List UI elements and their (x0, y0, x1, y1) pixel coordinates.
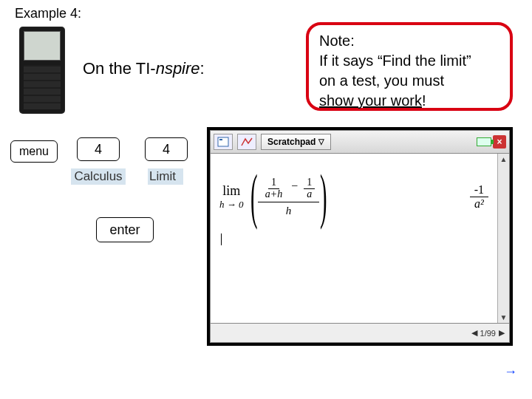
ti-toolbar: Scratchpad ▽ × (210, 130, 510, 154)
subtitle-pre: On the TI- (83, 59, 156, 78)
math-area[interactable]: lim h → 0 ( 1 a+h − 1 a (211, 154, 497, 323)
svg-rect-1 (219, 139, 222, 140)
input-line[interactable] (219, 232, 488, 247)
scratchpad-label: Scratchpad (267, 134, 316, 149)
lim-sub: h → 0 (219, 199, 244, 211)
subtitle-it: nspire (156, 59, 200, 78)
frac-2: 1 a (304, 177, 315, 200)
graph-icon[interactable] (237, 134, 256, 150)
scroll-up-icon[interactable]: ▲ (500, 155, 508, 163)
frac-1-den: a+h (262, 189, 285, 200)
cursor-icon (221, 233, 222, 245)
result-fraction: -1 a² (470, 183, 488, 211)
page-indicator: 1/99 (480, 329, 496, 338)
result-den: a² (470, 197, 488, 211)
calculator-photo-screen (24, 31, 61, 61)
result-num: -1 (470, 183, 488, 197)
ti-body: lim h → 0 ( 1 a+h − 1 a (210, 154, 510, 324)
note-callout: Note: If it says “Find the limit” on a t… (306, 22, 513, 111)
subtitle: On the TI-nspire: (83, 59, 205, 78)
limit-argument: 1 a+h − 1 a h (258, 176, 319, 216)
scrollbar[interactable]: ▲ ▼ (497, 154, 509, 323)
note-line-2a: If it says “Find the limit” (319, 51, 499, 71)
key-4-first[interactable]: 4 (77, 137, 120, 161)
lim-word: lim (219, 183, 244, 199)
menu-key[interactable]: menu (10, 140, 58, 163)
example-heading: Example 4: (15, 6, 81, 21)
ti-window: Scratchpad ▽ × lim h → 0 ( 1 a+h (207, 127, 513, 346)
doc-icon[interactable] (214, 134, 233, 150)
dropdown-icon: ▽ (318, 134, 324, 149)
caption-limit: Limit (148, 168, 183, 185)
next-arrow-icon[interactable]: → (504, 364, 517, 380)
frac-2-den: a (304, 189, 315, 200)
note-underlined: show your work (319, 92, 422, 109)
note-bang: ! (422, 92, 426, 109)
battery-icon (477, 137, 491, 146)
svg-rect-0 (218, 137, 228, 146)
status-prev-icon[interactable]: ◀ (471, 328, 477, 338)
note-line-2b: on a test, you must (319, 71, 499, 91)
close-button[interactable]: × (493, 135, 506, 149)
ti-statusbar: ◀ 1/99 ▶ (210, 324, 510, 343)
frac-1-num: 1 (268, 177, 279, 189)
caption-calculus: Calculus (71, 168, 126, 185)
outer-denominator: h (286, 202, 292, 217)
status-next-icon[interactable]: ▶ (499, 328, 505, 338)
paren-left-icon: ( (250, 167, 257, 226)
note-line-1: Note: (319, 31, 499, 51)
note-line-3: show your work! (319, 91, 499, 111)
expression-row: lim h → 0 ( 1 a+h − 1 a (219, 161, 488, 232)
limit-operator: lim h → 0 (219, 183, 244, 211)
outer-numerator: 1 a+h − 1 a (258, 176, 319, 202)
calculator-photo (19, 27, 65, 114)
minus-sign: − (291, 180, 298, 200)
key-4-second[interactable]: 4 (145, 137, 188, 161)
scroll-down-icon[interactable]: ▼ (500, 313, 508, 321)
subtitle-post: : (200, 59, 205, 78)
scratchpad-tab[interactable]: Scratchpad ▽ (261, 134, 331, 150)
frac-1: 1 a+h (262, 177, 285, 200)
paren-right-icon: ) (320, 167, 327, 226)
frac-2-num: 1 (304, 177, 315, 189)
enter-key[interactable]: enter (96, 217, 154, 242)
window-controls: × (477, 135, 506, 149)
calculator-photo-keys (24, 65, 61, 109)
